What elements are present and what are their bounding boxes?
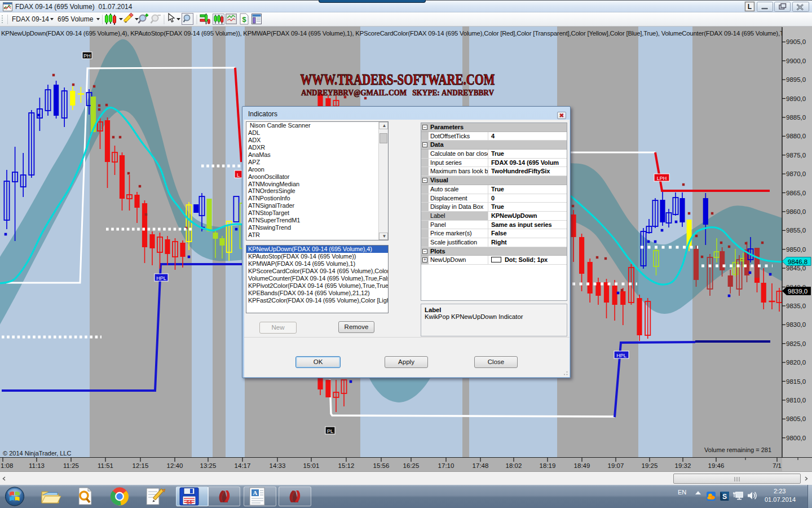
svg-text:19:25: 19:25: [642, 462, 658, 469]
svg-text:9825,0: 9825,0: [786, 340, 806, 347]
svg-text:LPH: LPH: [657, 176, 667, 181]
svg-text:15:56: 15:56: [373, 462, 390, 469]
svg-text:9810,0: 9810,0: [786, 397, 806, 404]
svg-text:12:15: 12:15: [133, 462, 149, 469]
svg-text:18:19: 18:19: [540, 462, 556, 469]
svg-text:9895,0: 9895,0: [786, 76, 806, 83]
svg-text:19:32: 19:32: [675, 462, 691, 469]
svg-text:WWW.TRADERS-SOFTWARE.COM: WWW.TRADERS-SOFTWARE.COM: [301, 71, 495, 88]
svg-text:1:08: 1:08: [1, 462, 13, 469]
svg-text:Volume remaining = 281: Volume remaining = 281: [704, 446, 771, 453]
svg-text:9839,0: 9839,0: [788, 288, 807, 295]
svg-text:14:33: 14:33: [270, 462, 286, 469]
svg-text:11:13: 11:13: [29, 462, 45, 469]
svg-text:9870,0: 9870,0: [786, 170, 806, 177]
svg-text:PL: PL: [327, 428, 333, 434]
svg-text:11:25: 11:25: [63, 462, 79, 469]
svg-text:L: L: [748, 3, 752, 11]
svg-text:A: A: [253, 489, 258, 496]
svg-text:17:48: 17:48: [473, 462, 489, 469]
svg-text:HPL: HPL: [156, 275, 166, 281]
svg-text:© 2014 NinjaTrader, LLC: © 2014 NinjaTrader, LLC: [3, 450, 71, 457]
svg-text:18:02: 18:02: [506, 462, 522, 469]
svg-text:12:40: 12:40: [167, 462, 183, 469]
svg-text:9805,0: 9805,0: [786, 415, 806, 422]
svg-text:9905,0: 9905,0: [786, 38, 806, 45]
svg-text:L: L: [237, 172, 240, 178]
svg-text:9855,0: 9855,0: [786, 227, 806, 234]
svg-text:14:17: 14:17: [235, 462, 251, 469]
svg-text:15:01: 15:01: [303, 462, 320, 469]
svg-text:9890,0: 9890,0: [786, 95, 806, 102]
svg-text:19:46: 19:46: [708, 462, 725, 469]
svg-text:9800,0: 9800,0: [786, 435, 806, 441]
svg-text:13:25: 13:25: [200, 462, 217, 469]
svg-text:9880,0: 9880,0: [786, 133, 806, 139]
svg-text:9850,0: 9850,0: [786, 246, 806, 253]
svg-text:9820,0: 9820,0: [786, 359, 806, 366]
svg-text:-64-: -64-: [185, 500, 193, 505]
svg-text:7/1: 7/1: [773, 462, 782, 469]
svg-text:11:51: 11:51: [98, 462, 113, 469]
svg-text:9815,0: 9815,0: [786, 378, 806, 385]
svg-text:KPNewUpDown(FDAX 09-14 (695: KPNewUpDown(FDAX 09-14 (695 Volume),4), …: [1, 30, 812, 37]
svg-text:ANDREYBBRV@GMAIL.COM SKYPE:: ANDREYBBRV@GMAIL.COM SKYPE: ANDREYBBRV: [301, 88, 494, 97]
svg-text:9846,8: 9846,8: [788, 259, 807, 265]
svg-text:9835,0: 9835,0: [786, 303, 806, 309]
svg-text:17:10: 17:10: [438, 462, 454, 469]
svg-text:HPL: HPL: [616, 353, 626, 358]
svg-text:15:12: 15:12: [338, 462, 355, 469]
svg-text:18:49: 18:49: [574, 462, 590, 469]
svg-text:9900,0: 9900,0: [786, 58, 806, 64]
svg-text:19:07: 19:07: [608, 462, 624, 469]
svg-text:9875,0: 9875,0: [786, 152, 806, 159]
svg-text:9885,0: 9885,0: [786, 114, 806, 121]
svg-text:9860,0: 9860,0: [786, 208, 806, 215]
svg-text:9865,0: 9865,0: [786, 190, 806, 196]
svg-text:$: $: [242, 15, 246, 24]
svg-text:PH: PH: [83, 53, 91, 59]
svg-text:S: S: [722, 493, 727, 501]
svg-text:16:25: 16:25: [403, 462, 420, 469]
svg-text:9830,0: 9830,0: [786, 321, 806, 328]
